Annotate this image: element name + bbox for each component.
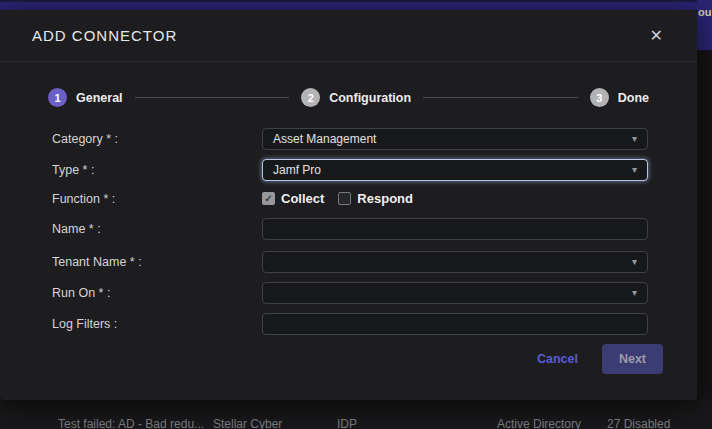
- chevron-down-icon: ▾: [632, 256, 637, 267]
- bg-cell-vendor: Stellar Cyber: [213, 417, 282, 429]
- respond-checkbox[interactable]: Respond: [338, 191, 413, 206]
- respond-label: Respond: [357, 191, 413, 206]
- step-label: Configuration: [329, 91, 411, 105]
- wizard-stepper: 1 General 2 Configuration 3 Done: [48, 88, 649, 107]
- next-button[interactable]: Next: [602, 344, 663, 374]
- category-select[interactable]: Asset Management ▾: [262, 128, 648, 150]
- form-row-category: Category * : Asset Management ▾: [52, 123, 697, 154]
- checkbox-checked-icon[interactable]: [262, 192, 275, 205]
- run-on-label: Run On * :: [52, 286, 262, 300]
- tenant-name-label: Tenant Name * :: [52, 255, 262, 269]
- name-label: Name * :: [52, 222, 262, 236]
- name-input[interactable]: [262, 218, 648, 240]
- chevron-down-icon: ▾: [632, 164, 637, 175]
- type-select[interactable]: Jamf Pro ▾: [262, 159, 648, 181]
- collect-label: Collect: [281, 191, 324, 206]
- step-number-badge: 1: [48, 88, 67, 107]
- step-configuration[interactable]: 2 Configuration: [301, 88, 411, 107]
- form-row-log-filters: Log Filters :: [52, 308, 697, 339]
- log-filters-input[interactable]: [262, 313, 648, 335]
- step-general[interactable]: 1 General: [48, 88, 123, 107]
- background-topbar: [0, 0, 712, 10]
- form-row-type: Type * : Jamf Pro ▾: [52, 154, 697, 185]
- stepper-connector: [135, 97, 290, 98]
- type-selected-value: Jamf Pro: [273, 163, 321, 177]
- step-done[interactable]: 3 Done: [590, 88, 649, 107]
- form-row-tenant: Tenant Name * : ▾: [52, 246, 697, 277]
- bg-cell-state: 27 Disabled: [607, 417, 670, 429]
- category-label: Category * :: [52, 132, 262, 146]
- form-row-name: Name * :: [52, 212, 697, 246]
- close-icon[interactable]: ✕: [648, 26, 665, 46]
- step-label: General: [76, 91, 123, 105]
- dialog-footer: Cancel Next: [0, 344, 663, 374]
- connector-form: Category * : Asset Management ▾ Type * :…: [52, 123, 697, 339]
- type-label: Type * :: [52, 163, 262, 177]
- step-number-badge: 3: [590, 88, 609, 107]
- background-topbar-right: ou: [697, 0, 712, 50]
- dialog-title: ADD CONNECTOR: [32, 27, 177, 44]
- log-filters-label: Log Filters :: [52, 317, 262, 331]
- function-label: Function * :: [52, 192, 262, 206]
- tenant-name-select[interactable]: ▾: [262, 251, 648, 273]
- clipped-topbar-text: ou: [698, 6, 711, 18]
- bg-cell-category: Active Directory: [497, 417, 581, 429]
- stepper-connector: [423, 97, 578, 98]
- step-label: Done: [618, 91, 649, 105]
- dialog-header: ADD CONNECTOR ✕: [0, 10, 697, 62]
- cancel-button[interactable]: Cancel: [537, 352, 578, 366]
- collect-checkbox[interactable]: Collect: [262, 191, 324, 206]
- bg-cell-status: Test failed: AD - Bad redu...: [58, 417, 204, 429]
- bg-cell-type: IDP: [337, 417, 357, 429]
- run-on-select[interactable]: ▾: [262, 282, 648, 304]
- chevron-down-icon: ▾: [632, 133, 637, 144]
- form-row-function: Function * : Collect Respond: [52, 185, 697, 212]
- checkbox-unchecked-icon[interactable]: [338, 192, 351, 205]
- category-selected-value: Asset Management: [273, 132, 376, 146]
- form-row-run-on: Run On * : ▾: [52, 277, 697, 308]
- add-connector-dialog: ADD CONNECTOR ✕ 1 General 2 Configuratio…: [0, 10, 697, 400]
- chevron-down-icon: ▾: [632, 287, 637, 298]
- step-number-badge: 2: [301, 88, 320, 107]
